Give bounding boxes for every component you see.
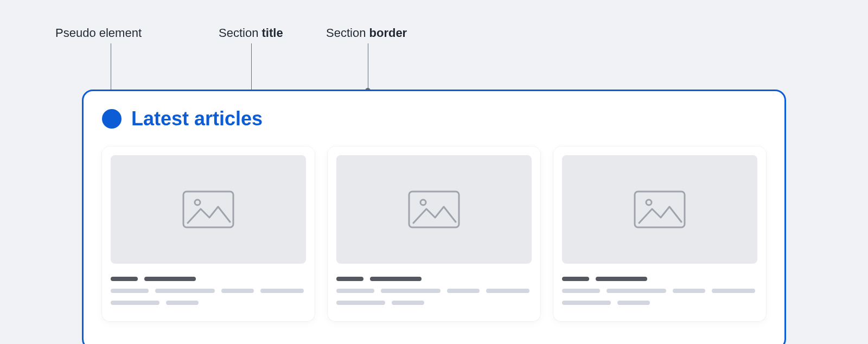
svg-point-3 [420,200,426,205]
image-placeholder-icon [634,190,686,228]
image-placeholder-icon [408,190,460,228]
svg-rect-0 [183,192,233,227]
annotation-section-title: Section title [219,26,283,40]
annotation-text: Section [219,26,262,40]
article-text-skeleton [336,277,532,305]
annotation-text: Pseudo element [55,26,142,40]
section-title: Latest articles [131,107,263,130]
annotation-text-bold: border [369,26,407,40]
article-thumbnail [336,155,532,264]
annotation-text-bold: title [262,26,283,40]
article-thumbnail [111,155,306,264]
article-card[interactable] [328,146,540,321]
svg-point-5 [646,200,652,205]
article-thumbnail [562,155,757,264]
article-card[interactable] [102,146,315,321]
image-placeholder-icon [182,190,234,228]
svg-point-1 [195,200,200,205]
cards-row [102,146,766,321]
pseudo-element-dot [102,109,122,129]
annotation-pseudo-element: Pseudo element [55,26,142,40]
article-card[interactable] [553,146,766,321]
section-latest-articles: Latest articles [82,90,786,344]
annotation-text: Section [326,26,369,40]
annotation-section-border: Section border [326,26,407,40]
article-text-skeleton [111,277,306,305]
annotation-leader [368,43,368,91]
section-header: Latest articles [102,107,766,130]
svg-rect-4 [635,192,685,227]
svg-rect-2 [409,192,459,227]
article-text-skeleton [562,277,757,305]
